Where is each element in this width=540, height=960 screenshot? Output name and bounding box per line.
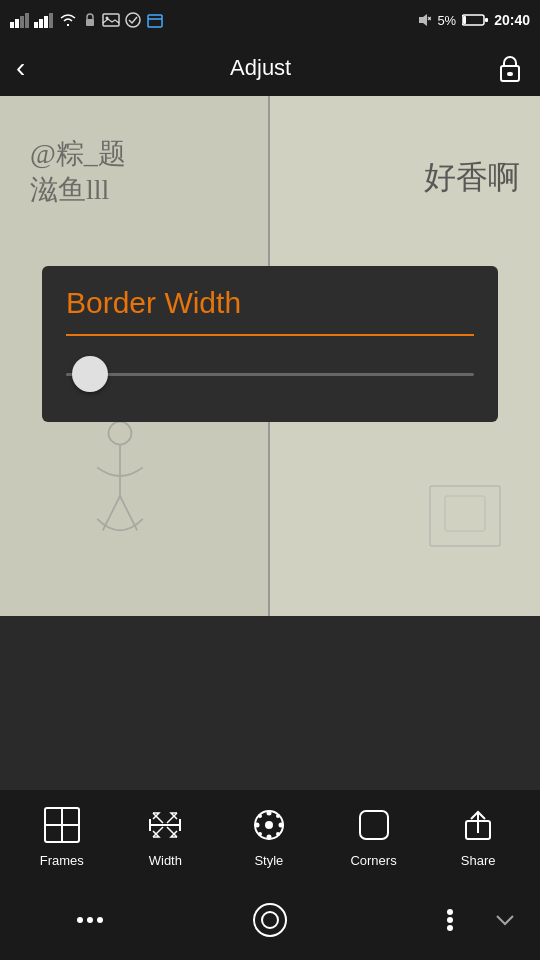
svg-point-41	[258, 814, 262, 818]
svg-point-51	[254, 904, 286, 936]
back-button[interactable]: ‹	[16, 52, 25, 84]
svg-point-38	[266, 834, 271, 839]
toolbar-item-frames[interactable]: Frames	[40, 803, 84, 868]
svg-rect-9	[103, 14, 119, 26]
dialog-title: Border Width	[66, 286, 474, 320]
svg-rect-3	[25, 13, 29, 28]
svg-rect-12	[148, 15, 162, 27]
svg-rect-25	[430, 486, 500, 546]
bottom-toolbar: Frames Width	[0, 790, 540, 880]
sketch-figure	[60, 416, 180, 576]
screen-lock-icon	[82, 12, 98, 28]
svg-point-44	[276, 832, 280, 836]
svg-rect-18	[485, 18, 488, 22]
border-width-dialog: Border Width	[42, 266, 498, 422]
toolbar-item-share[interactable]: Share	[456, 803, 500, 868]
width-label: Width	[149, 853, 182, 868]
nav-dots-button[interactable]	[65, 895, 115, 945]
svg-rect-7	[49, 13, 53, 28]
svg-rect-26	[445, 496, 485, 531]
svg-point-55	[447, 925, 453, 931]
toolbar-item-style[interactable]: Style	[247, 803, 291, 868]
mute-icon	[417, 12, 431, 28]
corners-label: Corners	[350, 853, 396, 868]
svg-rect-4	[34, 22, 38, 28]
page-title: Adjust	[230, 55, 291, 81]
header: ‹ Adjust	[0, 40, 540, 96]
svg-point-36	[265, 821, 273, 829]
svg-rect-17	[463, 16, 466, 24]
svg-point-50	[97, 917, 103, 923]
svg-point-40	[278, 822, 283, 827]
frames-label: Frames	[40, 853, 84, 868]
svg-rect-8	[86, 19, 94, 26]
chinese-text-2: 好香啊	[424, 156, 520, 200]
status-right-items: 5% 20:40	[417, 12, 530, 28]
svg-point-48	[77, 917, 83, 923]
status-bar: 5% 20:40	[0, 0, 540, 40]
clock: 20:40	[494, 12, 530, 28]
signal-icon-2	[34, 12, 54, 28]
lock-icon[interactable]	[496, 53, 524, 83]
toolbar-item-width[interactable]: Width	[143, 803, 187, 868]
check-icon	[124, 12, 142, 28]
svg-point-49	[87, 917, 93, 923]
svg-point-11	[126, 13, 140, 27]
battery-icon	[462, 13, 488, 27]
svg-rect-0	[10, 22, 14, 28]
signal-icon-1	[10, 12, 30, 28]
image-canvas: @粽_题滋鱼lll 好香啊 煮太久了-嗯 Border Width	[0, 96, 540, 616]
slider-thumb[interactable]	[72, 356, 108, 392]
svg-point-43	[258, 832, 262, 836]
toolbar-item-corners[interactable]: Corners	[350, 803, 396, 868]
chinese-text-1: @粽_题滋鱼lll	[30, 136, 126, 209]
corners-icon	[352, 803, 396, 847]
bottom-nav	[0, 880, 540, 960]
nav-chevron-down-button[interactable]	[480, 895, 530, 945]
svg-rect-20	[507, 72, 513, 76]
share-icon	[456, 803, 500, 847]
nav-more-button[interactable]	[425, 895, 475, 945]
status-icons	[10, 12, 164, 28]
style-label: Style	[254, 853, 283, 868]
svg-rect-45	[360, 811, 388, 839]
svg-rect-1	[15, 19, 19, 28]
image-icon	[102, 12, 120, 28]
nav-center-button[interactable]	[245, 895, 295, 945]
svg-point-53	[447, 909, 453, 915]
width-icon	[143, 803, 187, 847]
battery-percent: 5%	[437, 13, 456, 28]
slider-container[interactable]	[66, 356, 474, 392]
slider-track	[66, 373, 474, 376]
share-label: Share	[461, 853, 496, 868]
wifi-icon	[58, 12, 78, 28]
dialog-divider	[66, 334, 474, 336]
calendar-icon	[146, 12, 164, 28]
svg-rect-2	[20, 16, 24, 28]
svg-point-52	[262, 912, 278, 928]
svg-point-54	[447, 917, 453, 923]
svg-point-39	[254, 822, 259, 827]
svg-point-37	[266, 810, 271, 815]
svg-point-42	[276, 814, 280, 818]
svg-rect-6	[44, 16, 48, 28]
svg-point-21	[109, 422, 132, 445]
svg-rect-5	[39, 19, 43, 28]
frames-icon	[40, 803, 84, 847]
sketch-rect	[420, 466, 520, 566]
style-icon	[247, 803, 291, 847]
